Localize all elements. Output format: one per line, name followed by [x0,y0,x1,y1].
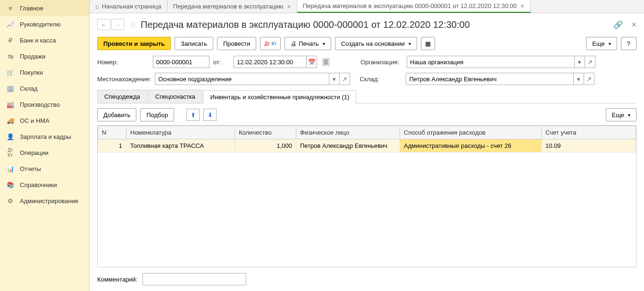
cell-item[interactable]: Топливная карта ТРАССА [126,139,235,153]
location-field[interactable] [155,73,329,85]
sidebar-item-label: Администрирование [20,197,78,205]
books-icon: 📚 [6,181,15,188]
org-open-button[interactable]: ↗ [585,56,595,68]
link-icon[interactable]: 🔗 [613,20,623,29]
structure-button[interactable]: ▦ [421,37,435,50]
form-row-2: Местонахождение: ▾ ↗ Склад: ▾ ↗ [97,73,636,85]
table-more-button[interactable]: Еще▾ [606,108,636,121]
warehouse-field[interactable] [406,73,574,85]
help-button[interactable]: ? [621,37,636,50]
cell-person[interactable]: Петров Александр Евгеньевич [296,139,400,153]
chevron-down-icon: ▾ [333,76,336,83]
org-dropdown-button[interactable]: ▾ [575,56,585,68]
tab-label: Начальная страница [102,3,161,10]
tab-transfer-list[interactable]: Передача материалов в эксплуатацию × [167,0,297,13]
sidebar-item-catalogs[interactable]: 📚 Справочники [0,177,89,193]
gear-icon: ⚙ [6,197,15,205]
subtab-tooling[interactable]: Спецоснастка [148,90,202,103]
tabs-bar: ⌂ Начальная страница Передача материалов… [90,0,644,13]
col-qty[interactable]: Количество [235,126,296,139]
sidebar-item-main[interactable]: ≡ Главное [0,0,89,16]
move-down-button[interactable]: ⬇ [203,109,217,121]
comment-field[interactable] [142,273,246,285]
sidebar-item-label: Банк и касса [20,37,56,44]
page-title: Передача материалов в эксплуатацию 0000-… [141,19,613,30]
sidebar-item-label: Склад [20,85,38,92]
open-icon: ↗ [587,59,593,66]
location-dropdown-button[interactable]: ▾ [329,73,340,85]
location-open-button[interactable]: ↗ [340,73,350,85]
dtkt-icon: Дт [264,41,269,46]
sidebar-item-bank[interactable]: ₽ Банк и касса [0,32,89,48]
more-button[interactable]: Еще▾ [586,37,617,50]
add-button[interactable]: Добавить [97,108,136,121]
sidebar-item-hr[interactable]: 👤 Зарплата и кадры [0,128,89,145]
close-icon[interactable]: × [287,3,291,10]
col-person[interactable]: Физическое лицо [296,126,400,139]
sidebar-item-warehouse[interactable]: 🏢 Склад [0,80,89,96]
col-method[interactable]: Способ отражения расходов [400,126,542,139]
close-icon[interactable]: × [520,2,524,10]
number-field[interactable] [153,56,209,68]
cell-qty[interactable]: 1,000 [235,139,296,153]
pick-button[interactable]: Подбор [140,108,174,121]
person-icon: 👤 [6,133,15,140]
comment-row: Комментарий: [97,273,636,285]
dtkt-button[interactable]: ДтКт [260,37,281,50]
truck-icon: 🚚 [6,117,15,124]
create-based-button[interactable]: Создать на основании▾ [335,37,417,50]
table-toolbar: Добавить Подбор ⬆ ⬇ Еще▾ [97,108,636,121]
sidebar-item-label: ОС и НМА [20,117,50,124]
post-button[interactable]: Провести [217,37,257,50]
sidebar-item-sales[interactable]: 🛍 Продажи [0,48,89,64]
bag-icon: 🛍 [6,52,15,60]
post-and-close-button[interactable]: Провести и закрыть [97,37,171,50]
items-table: N Номенклатура Количество Физическое лиц… [98,126,636,153]
close-page-icon[interactable]: × [631,20,636,30]
sidebar-item-operations[interactable]: ДтКт Операции [0,145,89,161]
form-row-1: Номер: от: 📅 ☰ Организация: ▾ ↗ [97,56,636,68]
tab-home[interactable]: ⌂ Начальная страница [90,0,167,13]
arrow-up-icon: ⬆ [191,111,196,119]
nav-forward-button[interactable]: → [111,19,125,30]
sidebar-item-admin[interactable]: ⚙ Администрирование [0,193,89,209]
comment-label: Комментарий: [97,276,138,283]
org-field[interactable] [407,56,575,68]
table-row[interactable]: 1 Топливная карта ТРАССА 1,000 Петров Ал… [98,139,636,153]
calendar-button[interactable]: 📅 [307,56,317,68]
cell-method[interactable]: Административные расходы - счет 26 [400,139,542,153]
subtab-workwear[interactable]: Спецодежда [97,90,147,103]
sidebar-item-assets[interactable]: 🚚 ОС и НМА [0,112,89,128]
sidebar-item-purchases[interactable]: 🛒 Покупки [0,64,89,80]
sidebar-item-reports[interactable]: 📊 Отчеты [0,161,89,177]
sidebar-item-manager[interactable]: 📈 Руководителю [0,16,89,32]
print-button[interactable]: 🖨Печать▾ [284,37,331,50]
subtab-inventory[interactable]: Инвентарь и хозяйственные принадлежности… [203,90,356,103]
favorite-star-icon[interactable]: ☆ [129,19,137,30]
tab-transfer-doc[interactable]: Передача материалов в эксплуатацию 0000-… [297,0,531,13]
date-field[interactable] [234,56,307,68]
sidebar-item-label: Отчеты [20,165,41,172]
cell-n[interactable]: 1 [98,139,126,153]
warehouse-open-button[interactable]: ↗ [584,73,594,85]
col-item[interactable]: Номенклатура [126,126,235,139]
date-extra-button[interactable]: ☰ [323,58,329,66]
tab-label: Передача материалов в эксплуатацию [173,3,284,10]
main-area: ⌂ Начальная страница Передача материалов… [90,0,644,291]
warehouse-dropdown-button[interactable]: ▾ [574,73,584,85]
sidebar-item-label: Справочники [20,181,57,188]
sidebar-item-production[interactable]: 🏭 Производство [0,96,89,112]
move-up-button[interactable]: ⬆ [186,109,200,121]
number-label: Номер: [97,59,149,66]
home-icon: ⌂ [95,3,99,10]
nav-back-button[interactable]: ← [97,19,110,30]
factory-icon: 🏭 [6,101,15,108]
col-n[interactable]: N [98,126,126,139]
structure-icon: ▦ [425,40,431,47]
chevron-down-icon: ▾ [409,41,411,46]
col-account[interactable]: Счет учета [542,126,636,139]
toolbar: Провести и закрыть Записать Провести ДтК… [97,37,636,50]
cell-account[interactable]: 10.09 [542,139,636,153]
save-button[interactable]: Записать [175,37,213,50]
location-label: Местонахождение: [97,76,151,83]
